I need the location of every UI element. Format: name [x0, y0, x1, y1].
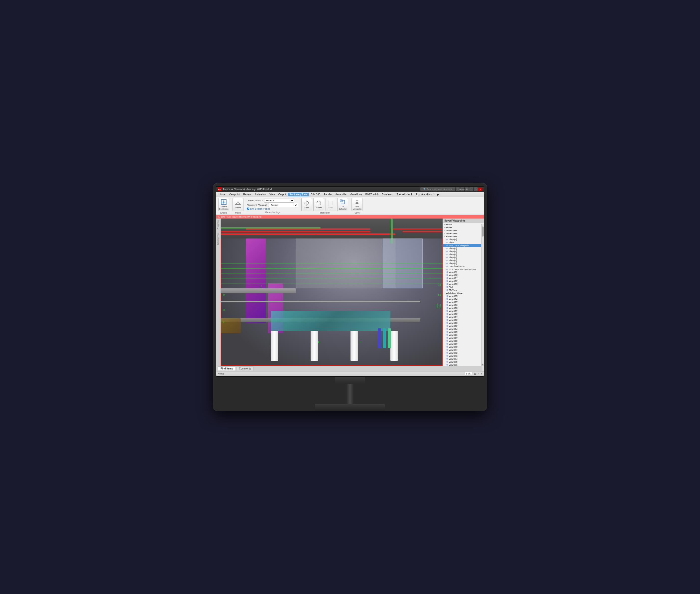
alignment-select[interactable]: Custom	[268, 203, 298, 207]
fit-selection-button[interactable]: Fit Selection	[337, 198, 348, 211]
viewpoint-view33[interactable]: ⊙ View (33)	[443, 355, 484, 358]
minimize-button[interactable]: ─	[469, 187, 473, 191]
menu-animation[interactable]: Animation	[254, 193, 267, 196]
zoom-slider[interactable]: ━	[478, 372, 479, 375]
viewpoint-view23[interactable]: ⊙ View (23)	[443, 322, 484, 325]
viewpoint-view36[interactable]: ⊙ View (36)	[443, 363, 484, 366]
pagination-text: 1 of 1	[465, 372, 473, 375]
viewpoint-bim-track[interactable]: ⊙ BIM Track Viewpoint	[443, 244, 484, 247]
viewpoint-view22[interactable]: ⊙ View (22)	[443, 325, 484, 328]
svg-rect-14	[340, 200, 342, 202]
viewpoint-date-0919[interactable]: - 09-19-2019	[443, 229, 484, 232]
viewpoint-view32[interactable]: ⊙ View (32)	[443, 352, 484, 355]
viewpoint-coordination3d[interactable]: ⊙ Coordination 3D	[443, 265, 484, 268]
menu-view[interactable]: View	[268, 193, 276, 196]
viewpoint-label: View (35)	[449, 361, 458, 363]
menu-viewpoint[interactable]: Viewpoint	[228, 193, 241, 196]
scroll-down-btn[interactable]: ▼	[481, 364, 484, 366]
viewpoint-view20b[interactable]: ⊙ View (20)	[443, 319, 484, 322]
menu-bim-track[interactable]: BIM Track®	[364, 193, 380, 196]
move-button[interactable]: Move	[301, 198, 312, 211]
viewpoint-view[interactable]: ⊙ View	[443, 241, 484, 244]
viewpoint-view17[interactable]: ⊙ View (17)	[443, 301, 484, 304]
viewpoint-p01b[interactable]: + P01B	[443, 226, 484, 229]
tab-comments[interactable]: Comments	[236, 366, 254, 370]
menu-home[interactable]: Home	[217, 193, 227, 196]
viewpoint-view4[interactable]: ⊙ View (4)	[443, 250, 484, 253]
viewpoint-view19[interactable]: ⊙ View (19)	[443, 309, 484, 312]
tab-find-items[interactable]: Find Items	[218, 366, 236, 370]
viewpoint-view3[interactable]: ⊙ View (3)	[443, 247, 484, 250]
move-label: Move	[305, 206, 309, 209]
viewpoint-date-1010[interactable]: - 10-10-2019	[443, 235, 484, 238]
viewpoint-view6[interactable]: ⊙ View (6)	[443, 259, 484, 262]
viewpoint-view27[interactable]: ⊙ View (27)	[443, 336, 484, 339]
viewpoint-view12[interactable]: ⊙ View (12)	[443, 280, 484, 283]
view-toggle-icon[interactable]: ⊞	[474, 372, 476, 375]
link-section-planes-label[interactable]: Link Section Planes	[250, 207, 270, 210]
save-viewpoint-button[interactable]: Save Viewpoint	[352, 198, 363, 211]
viewpoint-view31[interactable]: ⊙ View (31)	[443, 349, 484, 352]
viewpoint-view8[interactable]: ⊙ View (8)	[443, 262, 484, 265]
viewpoint-view9[interactable]: ⊙ View (9)	[443, 271, 484, 274]
enable-sectioning-button[interactable]: Enable Sectioning	[218, 198, 229, 211]
viewpoint-date-0926[interactable]: - 09-26-2019	[443, 232, 484, 235]
viewpoint-scrollbar[interactable]: ▼	[481, 224, 484, 371]
viewpoint-view10[interactable]: ⊙ View (10)	[443, 274, 484, 277]
properties-tab[interactable]: Properties	[216, 219, 221, 231]
viewpoint-view35[interactable]: ⊙ View (35)	[443, 361, 484, 363]
current-plane-select[interactable]: Plane 2 Plane 1	[264, 199, 294, 203]
menu-sectioning-tools[interactable]: Sectioning Tools	[288, 193, 309, 196]
viewpoint-view30[interactable]: ⊙ View (30)	[443, 345, 484, 349]
menu-tool-addins[interactable]: Tool add-ins 1	[395, 193, 413, 196]
viewpoint-view14[interactable]: ⊙ View (14)	[443, 298, 484, 301]
red-pipe-top-right	[393, 229, 442, 230]
viewpoint-view18[interactable]: ⊙ View (18)	[443, 307, 484, 309]
viewpoint-shift[interactable]: ⊙ Shift	[443, 286, 484, 289]
menu-visual-live[interactable]: Visual Live	[348, 193, 363, 196]
viewpoint-view5[interactable]: ⊙ View (5)	[443, 253, 484, 256]
scrollbar-thumb[interactable]	[482, 227, 484, 236]
menu-export-addins[interactable]: Export add-ins 1	[414, 193, 435, 196]
viewpoint-view25[interactable]: ⊙ View (25)	[443, 331, 484, 334]
options-button[interactable]: ⚙	[465, 187, 469, 191]
search-bar[interactable]: 🔍 Type a keyword or phrase	[420, 187, 455, 191]
menu-output[interactable]: Output	[277, 193, 288, 196]
rotate-button[interactable]: Rotate	[313, 198, 324, 211]
selection-tree-tab[interactable]: Selection Tree	[216, 231, 221, 247]
viewpoint-p01a[interactable]: + P01A	[443, 223, 484, 226]
viewpoint-z-3d[interactable]: ⊙ Z - 3D View w/o View Template	[443, 268, 484, 271]
viewpoint-view34[interactable]: ⊙ View (34)	[443, 358, 484, 361]
viewpoint-view13[interactable]: ⊙ View (13)	[443, 283, 484, 286]
viewpoint-view29[interactable]: ⊙ View (29)	[443, 342, 484, 345]
viewpoint-view16[interactable]: ⊙ View (16)	[443, 304, 484, 307]
viewpoint-3dview[interactable]: ⊙ 3D View	[443, 289, 484, 292]
planes-button[interactable]: Planes	[233, 198, 243, 211]
menu-review[interactable]: Review	[242, 193, 253, 196]
menu-bim360[interactable]: BIM 360	[309, 193, 322, 196]
menu-bluebeam[interactable]: Bluebeam	[380, 193, 395, 196]
viewpoint-view28[interactable]: ⊙ View (28)	[443, 339, 484, 342]
viewport[interactable]: 8 D A C E F 75 50 4.5 3.0	[221, 219, 442, 366]
viewpoint-view20[interactable]: ⊙ View (20)	[443, 312, 484, 316]
close-button[interactable]: ✕	[478, 187, 482, 191]
menu-video[interactable]: ▶	[436, 193, 441, 196]
viewpoint-view26[interactable]: ⊙ View (26)	[443, 334, 484, 336]
viewpoint-view1[interactable]: ⊙ View (1)	[443, 238, 484, 241]
user-button[interactable]: wplate	[460, 187, 464, 191]
viewpoint-validation[interactable]: - Validation Views	[443, 292, 484, 295]
maximize-button[interactable]: □	[474, 187, 478, 191]
zoom-in-icon[interactable]: +	[481, 372, 482, 375]
viewpoint-view15[interactable]: ⊙ View (15)	[443, 295, 484, 298]
folder-icon: +	[444, 223, 445, 226]
viewpoint-view11[interactable]: ⊙ View (11)	[443, 277, 484, 280]
menu-assemble[interactable]: Assemble	[334, 193, 348, 196]
alignment-label: Alignment: "Custom"	[247, 204, 267, 206]
viewpoint-view21[interactable]: ⊙ View (21)	[443, 316, 484, 319]
fit-selection-label: Fit Selection	[338, 205, 347, 210]
ribbon-content: Enable Sectioning Enable	[216, 197, 484, 214]
viewpoint-view7[interactable]: ⊙ View (7)	[443, 256, 484, 259]
link-section-checkbox[interactable]	[247, 207, 249, 210]
menu-render[interactable]: Render	[322, 193, 334, 196]
viewpoint-view24[interactable]: ⊙ View (24)	[443, 328, 484, 331]
